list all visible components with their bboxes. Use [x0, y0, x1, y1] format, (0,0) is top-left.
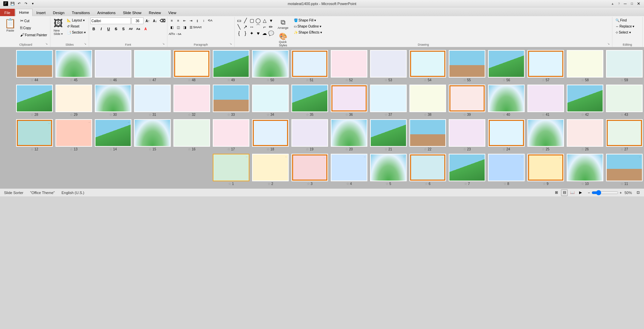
arrow-shape[interactable]: ↗: [242, 24, 248, 30]
tab-transitions[interactable]: Transitions: [68, 9, 93, 16]
shapes-more[interactable]: ▾: [268, 17, 274, 23]
brace-shape[interactable]: }: [242, 30, 248, 36]
help-button[interactable]: ?: [618, 2, 620, 5]
freeform-shape[interactable]: ✏: [268, 24, 274, 30]
line-spacing-btn[interactable]: ↕: [201, 17, 207, 23]
tab-animations[interactable]: Animations: [93, 9, 119, 16]
slide-item[interactable]: ☆34: [252, 85, 289, 116]
zoom-slider[interactable]: [592, 190, 618, 195]
slide-item[interactable]: ☆39: [449, 85, 485, 116]
zoom-out-btn[interactable]: −: [588, 191, 590, 195]
columns-btn[interactable]: ⫿: [194, 17, 200, 23]
font-size-input[interactable]: [131, 17, 144, 24]
slide-item[interactable]: ☆52: [331, 50, 367, 82]
slide-item[interactable]: ☆40: [488, 85, 525, 116]
connector-shape[interactable]: ⌐: [261, 24, 268, 30]
slide-item[interactable]: ☆43: [606, 85, 643, 116]
slide-item[interactable]: ☆48: [173, 50, 210, 82]
increase-font-btn[interactable]: A↑: [144, 17, 151, 24]
text-shadow-button[interactable]: S: [120, 26, 127, 32]
curve-shape[interactable]: ⌒: [255, 24, 261, 30]
slide-item[interactable]: ...☆4: [331, 154, 367, 186]
slide-item[interactable]: ☆53: [370, 50, 407, 82]
tab-design[interactable]: Design: [49, 9, 68, 16]
copy-button[interactable]: ⎘ Copy: [18, 25, 49, 31]
change-case-btn[interactable]: Aa: [135, 26, 142, 32]
tab-view[interactable]: View: [165, 9, 180, 16]
close-button[interactable]: ✕: [636, 1, 641, 6]
zoom-in-btn[interactable]: +: [620, 191, 622, 195]
slide-sorter-area[interactable]: ☆59☆58☆57☆56☆55☆54☆53☆52☆51☆50☆49☆48☆47☆…: [0, 47, 644, 188]
cloud-shape[interactable]: ☁: [261, 30, 268, 36]
reset-button[interactable]: ↺ Reset: [65, 23, 87, 29]
slide-item[interactable]: ...☆5: [370, 154, 407, 186]
format-painter-button[interactable]: 🖌 Format Painter: [18, 32, 49, 38]
slide-item[interactable]: ☆50: [252, 50, 289, 82]
italic-button[interactable]: I: [98, 26, 105, 32]
view-indicator[interactable]: Slide Sorter: [3, 190, 25, 195]
font-family-input[interactable]: [90, 17, 131, 24]
character-spacing-btn[interactable]: AV: [127, 26, 134, 32]
align-left-btn[interactable]: ◧: [169, 24, 175, 30]
star-shape[interactable]: ✦: [249, 30, 255, 36]
decrease-indent-btn[interactable]: ⇤: [182, 17, 188, 23]
right-arrow-shape[interactable]: ╱: [242, 17, 248, 23]
left-arrow-shape[interactable]: ↔: [249, 24, 255, 30]
line-shape[interactable]: ╲: [236, 24, 242, 30]
slide-item[interactable]: ...☆13: [55, 119, 92, 151]
section-button[interactable]: 📑 Section ▾: [65, 30, 87, 35]
triangle-shape[interactable]: △: [261, 17, 268, 23]
tab-file[interactable]: File: [0, 9, 15, 16]
shape-outline-button[interactable]: ▭ Shape Outline ▾: [292, 23, 324, 29]
slide-item[interactable]: ☆27: [606, 119, 643, 151]
align-center-btn[interactable]: ◫: [175, 24, 181, 30]
strikethrough-button[interactable]: S: [113, 26, 119, 32]
bracket-shape[interactable]: {: [236, 30, 242, 36]
slide-item[interactable]: ☆17: [213, 119, 249, 151]
slide-item[interactable]: ☆15: [134, 119, 171, 151]
smartart-btn[interactable]: SmArt: [194, 24, 200, 30]
tab-insert[interactable]: Insert: [33, 9, 49, 16]
slide-item[interactable]: ...☆8: [488, 154, 525, 186]
slide-item[interactable]: ☆45: [55, 50, 92, 82]
align-text-btn[interactable]: AlTx: [169, 31, 175, 37]
bullets-button[interactable]: ≡: [169, 17, 175, 23]
theme-indicator[interactable]: "Office Theme": [29, 190, 56, 195]
slide-item[interactable]: ☆51: [291, 50, 328, 82]
slide-item[interactable]: ☆56: [488, 50, 525, 82]
slide-item[interactable]: ☆23: [449, 119, 485, 151]
slide-item[interactable]: ☆29: [55, 85, 92, 116]
slide-item[interactable]: ☆30: [95, 85, 131, 116]
slide-item[interactable]: ...☆3: [291, 154, 328, 186]
underline-button[interactable]: U: [105, 26, 112, 32]
replace-button[interactable]: ↔ Replace ▾: [614, 23, 636, 29]
slide-item[interactable]: ☆25: [527, 119, 564, 151]
undo-button[interactable]: ↶: [16, 1, 22, 7]
fit-window-btn[interactable]: ⊡: [635, 189, 641, 196]
slide-item[interactable]: ☆19: [291, 119, 328, 151]
new-slide-button[interactable]: 🖼 NewSlide ▾: [52, 17, 65, 37]
maximize-button[interactable]: □: [629, 1, 635, 6]
slide-item[interactable]: ☆21: [370, 119, 407, 151]
rectangle-shape[interactable]: ▭: [236, 17, 242, 23]
slide-item[interactable]: ☆41: [527, 85, 564, 116]
zoom-level[interactable]: 50%: [623, 190, 633, 195]
minimize-button[interactable]: ─: [622, 1, 628, 6]
slide-item[interactable]: ☆42: [567, 85, 603, 116]
slide-item[interactable]: ☆44: [16, 50, 53, 82]
slide-item[interactable]: ☆33: [213, 85, 249, 116]
slide-item[interactable]: ...☆9: [527, 154, 564, 186]
find-button[interactable]: 🔍 Find: [614, 17, 636, 23]
slide-item[interactable]: ☆24: [488, 119, 525, 151]
decrease-font-btn[interactable]: A↓: [152, 17, 158, 24]
slide-item[interactable]: ...☆6: [409, 154, 446, 186]
redo-button[interactable]: ↷: [23, 1, 29, 7]
paste-button[interactable]: 📋 Paste: [3, 17, 18, 34]
align-right-btn[interactable]: ◨: [182, 24, 188, 30]
slide-item[interactable]: ☆49: [213, 50, 249, 82]
save-button[interactable]: 💾: [9, 1, 15, 7]
shape-fill-button[interactable]: 🪣 Shape Fill ▾: [292, 17, 324, 23]
slide-item[interactable]: ☆35: [291, 85, 328, 116]
font-color-btn[interactable]: A: [142, 26, 149, 32]
rounded-rect-shape[interactable]: ▢: [249, 17, 255, 23]
